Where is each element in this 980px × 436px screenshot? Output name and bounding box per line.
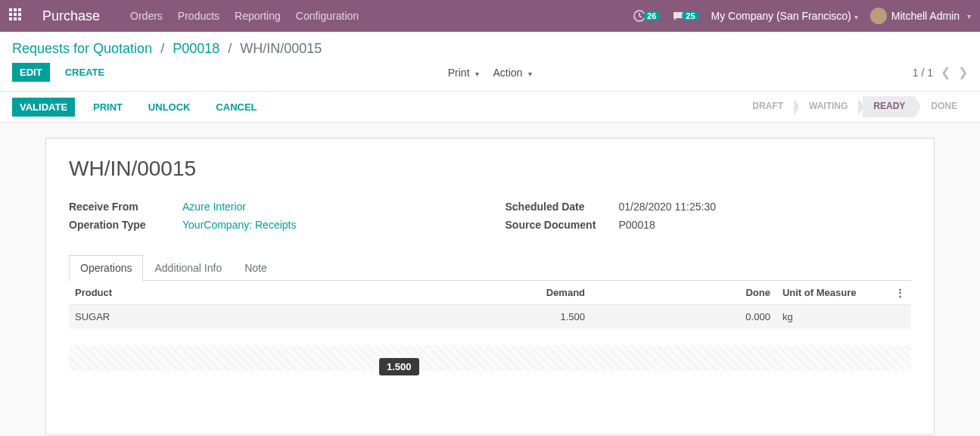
chevron-down-icon: ▾ — [967, 12, 971, 20]
tab-note[interactable]: Note — [233, 255, 278, 280]
page-title: WH/IN/00015 — [69, 157, 911, 181]
breadcrumb: Requests for Quotation / P00018 / WH/IN/… — [0, 32, 980, 60]
source-document-value: P00018 — [619, 219, 655, 231]
source-document-label: Source Document — [506, 219, 619, 231]
breadcrumb-rfq[interactable]: Requests for Quotation — [12, 41, 152, 56]
cell-demand: 1.500 — [406, 305, 591, 329]
tab-additional-info[interactable]: Additional Info — [143, 255, 233, 280]
status-waiting[interactable]: WAITING — [798, 96, 858, 117]
table-control-row — [69, 345, 911, 371]
status-done[interactable]: DONE — [920, 96, 968, 117]
status-draft[interactable]: DRAFT — [742, 96, 794, 117]
breadcrumb-sep: / — [160, 41, 164, 56]
company-selector[interactable]: My Company (San Francisco)▾ — [711, 10, 858, 22]
nav-menu: Orders Products Reporting Configuration — [130, 10, 633, 22]
cell-uom: kg — [776, 305, 889, 329]
avatar — [870, 8, 887, 24]
activity-count: 26 — [643, 11, 660, 20]
print-menu[interactable]: Print ▾ — [448, 67, 480, 79]
messages-indicator[interactable]: 25 — [672, 10, 698, 22]
scheduled-date-label: Scheduled Date — [506, 201, 619, 213]
main-navbar: Purchase Orders Products Reporting Confi… — [0, 0, 980, 32]
operations-table: Product Demand Done Unit of Measure ⋮ SU… — [69, 281, 911, 416]
validate-button[interactable]: VALIDATE — [12, 98, 75, 117]
pager-range: 1 / 1 — [913, 67, 933, 79]
table-options-icon[interactable]: ⋮ — [889, 281, 911, 305]
breadcrumb-current: WH/IN/00015 — [240, 41, 322, 56]
pager-prev-icon[interactable]: ❮ — [941, 65, 950, 79]
toolbar: EDIT CREATE Print ▾ Action ▾ 1 / 1 ❮ ❯ — [0, 60, 980, 92]
action-menu[interactable]: Action ▾ — [493, 67, 532, 79]
receive-from-label: Receive From — [69, 201, 182, 213]
chevron-down-icon: ▾ — [854, 13, 858, 21]
user-name: Mitchell Admin — [891, 10, 960, 22]
col-done[interactable]: Done — [591, 281, 776, 305]
print-button[interactable]: PRINT — [86, 98, 130, 117]
pager: 1 / 1 ❮ ❯ — [913, 65, 968, 79]
demand-tooltip: 1.500 — [379, 358, 419, 375]
table-row[interactable]: SUGAR 1.500 0.000 kg — [69, 305, 911, 329]
nav-configuration[interactable]: Configuration — [296, 10, 359, 22]
nav-right: 26 25 My Company (San Francisco)▾ Mitche… — [633, 8, 971, 24]
operation-type-label: Operation Type — [69, 219, 182, 231]
unlock-button[interactable]: UNLOCK — [141, 98, 198, 117]
nav-products[interactable]: Products — [178, 10, 219, 22]
tabs: Operations Additional Info Note — [69, 255, 911, 281]
nav-reporting[interactable]: Reporting — [235, 10, 281, 22]
col-product[interactable]: Product — [69, 281, 406, 305]
form-sheet: WH/IN/00015 Receive From Azure Interior … — [45, 138, 935, 435]
chevron-down-icon: ▾ — [528, 70, 532, 78]
cell-product: SUGAR — [69, 305, 406, 329]
edit-button[interactable]: EDIT — [12, 63, 50, 82]
company-name: My Company (San Francisco) — [711, 10, 851, 22]
cancel-button[interactable]: CANCEL — [208, 98, 264, 117]
breadcrumb-po[interactable]: P00018 — [173, 41, 219, 56]
scheduled-date-value: 01/28/2020 11:25:30 — [619, 201, 716, 213]
cell-done: 0.000 — [591, 305, 776, 329]
operation-type-value[interactable]: YourCompany: Receipts — [182, 219, 296, 231]
chevron-down-icon: ▾ — [475, 70, 479, 78]
breadcrumb-sep: / — [228, 41, 232, 56]
table-spacer-row — [69, 371, 911, 416]
create-button[interactable]: CREATE — [58, 63, 112, 82]
statusbar: VALIDATE PRINT UNLOCK CANCEL DRAFT WAITI… — [0, 92, 980, 123]
status-ready[interactable]: READY — [863, 96, 916, 117]
apps-menu-icon[interactable] — [9, 8, 24, 23]
receive-from-value[interactable]: Azure Interior — [182, 201, 246, 213]
status-steps: DRAFT WAITING READY DONE — [742, 96, 968, 117]
col-uom[interactable]: Unit of Measure — [776, 281, 889, 305]
nav-orders[interactable]: Orders — [130, 10, 163, 22]
app-brand[interactable]: Purchase — [42, 8, 100, 24]
messages-count: 25 — [682, 11, 698, 20]
pager-next-icon[interactable]: ❯ — [958, 65, 968, 79]
col-demand[interactable]: Demand — [406, 281, 591, 305]
table-empty-row — [69, 329, 911, 345]
activity-indicator[interactable]: 26 — [633, 10, 660, 22]
user-menu[interactable]: Mitchell Admin ▾ — [870, 8, 971, 24]
tab-operations[interactable]: Operations — [69, 255, 143, 281]
